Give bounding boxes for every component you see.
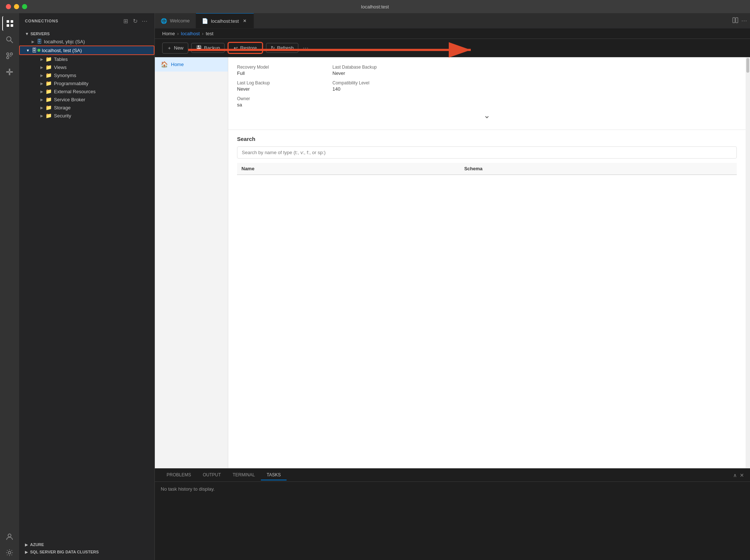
azure-label: AZURE — [30, 542, 44, 547]
svg-point-8 — [10, 53, 12, 55]
breadcrumb-sep-2: › — [202, 31, 203, 36]
tree-item-security[interactable]: ▶ 📁 Security — [19, 112, 154, 120]
tab-problems[interactable]: PROBLEMS — [161, 470, 197, 480]
servers-arrow: ▼ — [25, 32, 29, 36]
owner-field: Owner sa — [237, 96, 310, 108]
breadcrumb-server[interactable]: localhost — [181, 31, 200, 36]
tab-localhost-test[interactable]: 📄 localhost:test ✕ — [196, 13, 254, 28]
svg-point-14 — [8, 552, 11, 554]
search-title: Search — [237, 136, 737, 142]
sidebar-connections-title: CONNECTIONS — [25, 19, 58, 23]
sidebar-more-btn[interactable]: ⋯ — [141, 17, 149, 25]
restore-button[interactable]: ↩ Restore — [227, 42, 263, 54]
toolbar-wrapper: ＋ New 💾 Backup ↩ Restore ↻ Refresh — [155, 39, 750, 57]
detail-scrollbar[interactable] — [746, 57, 750, 468]
servers-section-header[interactable]: ▼ SERVERS — [19, 30, 154, 37]
recovery-model-field: Recovery Model Full — [237, 65, 310, 76]
bigdata-arrow: ▶ — [25, 550, 28, 554]
svg-rect-16 — [736, 18, 738, 23]
toolbar-more-btn[interactable]: ⋯ — [301, 43, 310, 53]
servers-section: ▼ SERVERS ▶ 🗄 localhost, ybjc (SA) ▼ 🗄 l… — [19, 29, 154, 121]
window-controls[interactable] — [6, 4, 27, 9]
svg-rect-10 — [10, 71, 13, 73]
tree-item-tables[interactable]: ▶ 📁 Tables — [19, 55, 154, 63]
activity-account[interactable] — [2, 529, 17, 544]
backup-button[interactable]: 💾 Backup — [191, 43, 225, 53]
activity-extensions[interactable] — [2, 65, 17, 79]
editor-area: Home › localhost › test ＋ New 💾 Backup — [155, 29, 750, 560]
bigdata-item[interactable]: ▶ SQL SERVER BIG DATA CLUSTERS — [25, 548, 149, 556]
backup-label: Backup — [204, 45, 220, 51]
server-db-icon-2: 🗄 — [32, 47, 37, 53]
azure-item[interactable]: ▶ AZURE — [25, 541, 149, 548]
folder-icon-synonyms: 📁 — [45, 72, 52, 78]
bigdata-label: SQL SERVER BIG DATA CLUSTERS — [30, 550, 99, 554]
sidebar-refresh-btn[interactable]: ↻ — [131, 17, 139, 25]
folder-icon-storage: 📁 — [45, 105, 52, 110]
close-button[interactable] — [6, 4, 11, 9]
tree-item-synonyms[interactable]: ▶ 📁 Synonyms — [19, 71, 154, 79]
tab-bar: 🌐 Welcome 📄 localhost:test ✕ ⋯ — [155, 13, 750, 29]
tree-item-storage[interactable]: ▶ 📁 Storage — [19, 103, 154, 112]
svg-rect-3 — [11, 24, 13, 27]
bottom-collapse-btn[interactable]: ∧ — [733, 472, 737, 478]
folder-icon-service-broker: 📁 — [45, 97, 52, 102]
split-editor-btn[interactable] — [732, 17, 738, 25]
last-log-backup-field: Last Log Backup Never — [237, 80, 310, 92]
activity-connections[interactable] — [2, 16, 17, 31]
search-input-wrap[interactable] — [237, 146, 737, 159]
scrollbar-thumb — [746, 58, 749, 73]
recovery-model-label: Recovery Model — [237, 65, 310, 70]
recovery-model-value: Full — [237, 70, 310, 76]
search-input[interactable] — [242, 150, 732, 155]
owner-label: Owner — [237, 96, 310, 101]
collapse-button[interactable] — [237, 112, 737, 122]
tree-item-programmability[interactable]: ▶ 📁 Programmability — [19, 79, 154, 87]
folder-icon-views: 📁 — [45, 64, 52, 70]
azure-arrow: ▶ — [25, 543, 28, 547]
svg-rect-9 — [6, 71, 9, 73]
tab-terminal[interactable]: TERMINAL — [227, 470, 261, 480]
bottom-tabs: PROBLEMS OUTPUT TERMINAL TASKS ∧ ✕ — [155, 469, 750, 482]
server-item-ybjc[interactable]: ▶ 🗄 localhost, ybjc (SA) — [19, 37, 154, 46]
refresh-icon: ↻ — [271, 45, 275, 51]
detail-row-3: Owner sa — [237, 96, 737, 108]
tab-output[interactable]: OUTPUT — [197, 470, 227, 480]
tab-close-btn[interactable]: ✕ — [242, 18, 248, 24]
minimize-button[interactable] — [14, 4, 19, 9]
sidebar-new-connection-btn[interactable]: ⊞ — [121, 17, 130, 25]
tree-item-views[interactable]: ▶ 📁 Views — [19, 63, 154, 71]
compatibility-level-label: Compatibility Level — [332, 80, 406, 86]
last-db-backup-field: Last Database Backup Never — [332, 65, 406, 76]
svg-point-7 — [7, 57, 9, 59]
titlebar: localhost:test — [0, 0, 750, 13]
bottom-close-btn[interactable]: ✕ — [740, 472, 744, 478]
refresh-button[interactable]: ↻ Refresh — [266, 43, 299, 53]
nav-item-home[interactable]: 🏠 Home — [155, 57, 228, 72]
new-button[interactable]: ＋ New — [162, 43, 188, 54]
compatibility-level-value: 140 — [332, 86, 406, 92]
activity-source-control[interactable] — [2, 48, 17, 63]
toolbar: ＋ New 💾 Backup ↩ Restore ↻ Refresh — [155, 39, 750, 57]
server-item-test[interactable]: ▼ 🗄 localhost, test (SA) — [19, 46, 154, 55]
more-tabs-btn[interactable]: ⋯ — [741, 17, 747, 24]
activity-search[interactable] — [2, 32, 17, 47]
svg-rect-15 — [733, 18, 735, 23]
svg-rect-11 — [9, 69, 10, 72]
main-content: 🌐 Welcome 📄 localhost:test ✕ ⋯ Home › l — [155, 13, 750, 560]
activity-settings[interactable] — [2, 545, 17, 560]
svg-rect-2 — [7, 24, 9, 27]
localhost-tab-label: localhost:test — [211, 18, 239, 24]
svg-rect-1 — [11, 20, 13, 23]
nav-home-label: Home — [171, 62, 184, 67]
tab-welcome[interactable]: 🌐 Welcome — [155, 13, 196, 28]
last-log-backup-value: Never — [237, 86, 310, 92]
tree-item-external-resources[interactable]: ▶ 📁 External Resources — [19, 87, 154, 95]
tree-item-service-broker[interactable]: ▶ 📁 Service Broker — [19, 95, 154, 103]
server-test-arrow: ▼ — [26, 48, 30, 52]
sidebar: CONNECTIONS ⊞ ↻ ⋯ ▼ SERVERS ▶ 🗄 localhos… — [19, 13, 155, 560]
maximize-button[interactable] — [22, 4, 27, 9]
tab-tasks[interactable]: TASKS — [261, 470, 287, 480]
server-test-label: localhost, test (SA) — [42, 48, 82, 53]
folder-icon-programmability: 📁 — [45, 80, 52, 86]
